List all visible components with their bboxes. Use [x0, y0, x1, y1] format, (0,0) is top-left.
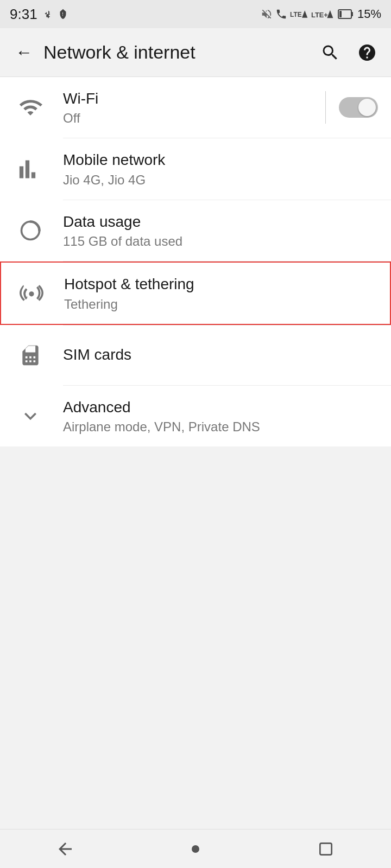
wifi-title: Wi-Fi — [63, 89, 325, 108]
data-usage-item[interactable]: Data usage 115 GB of data used — [0, 200, 391, 261]
home-nav-button[interactable] — [174, 833, 217, 865]
lte-icon: LTE — [290, 8, 308, 20]
chevron-icon-container — [13, 399, 48, 433]
data-usage-text: Data usage 115 GB of data used — [63, 212, 378, 249]
data-usage-subtitle: 115 GB of data used — [63, 234, 378, 249]
svg-text:LTE+: LTE+ — [311, 11, 328, 19]
back-arrow-icon: ← — [15, 42, 33, 62]
sim-icon-container — [13, 338, 48, 373]
data-usage-title: Data usage — [63, 212, 378, 232]
sim-cards-title: SIM cards — [63, 345, 378, 365]
hotspot-title: Hotspot & tethering — [64, 275, 377, 294]
signal-icon-container — [13, 152, 48, 187]
data-icon-container — [13, 213, 48, 248]
svg-marker-3 — [327, 10, 333, 18]
svg-point-8 — [29, 292, 34, 297]
wifi-toggle-area — [325, 91, 378, 124]
svg-rect-5 — [351, 12, 353, 16]
wifi-text: Wi-Fi Off — [63, 89, 325, 126]
help-button[interactable] — [352, 37, 382, 68]
mute-icon — [261, 8, 273, 20]
sim-icon — [18, 343, 42, 367]
recents-nav-button[interactable] — [304, 833, 348, 865]
wifi-subtitle: Off — [63, 111, 325, 126]
svg-point-9 — [192, 845, 199, 853]
wifi-icon — [18, 95, 42, 119]
status-right: LTE LTE+ 15% — [261, 7, 381, 21]
mobile-network-item[interactable]: Mobile network Jio 4G, Jio 4G — [0, 138, 391, 199]
toggle-divider — [325, 91, 326, 124]
toggle-thumb — [358, 99, 376, 116]
chevron-down-icon — [18, 404, 42, 428]
back-nav-button[interactable] — [43, 833, 87, 865]
data-usage-icon — [18, 219, 42, 242]
signal-icon — [18, 157, 42, 181]
back-button[interactable]: ← — [9, 37, 39, 68]
status-icons — [42, 8, 69, 20]
advanced-subtitle: Airplane mode, VPN, Private DNS — [63, 419, 378, 435]
svg-rect-10 — [320, 843, 331, 854]
wifi-item[interactable]: Wi-Fi Off — [0, 77, 391, 138]
back-nav-icon — [55, 839, 75, 859]
status-left: 9:31 — [10, 6, 69, 23]
advanced-item[interactable]: Advanced Airplane mode, VPN, Private DNS — [0, 386, 391, 446]
search-button[interactable] — [315, 37, 345, 68]
search-icon — [320, 43, 340, 62]
hotspot-subtitle: Tethering — [64, 297, 377, 312]
hotspot-icon-container — [14, 276, 49, 310]
home-nav-icon — [191, 845, 200, 853]
status-bar: 9:31 LTE — [0, 0, 391, 28]
app-bar: ← Network & internet — [0, 28, 391, 77]
recents-nav-icon — [317, 840, 335, 858]
page-title: Network & internet — [43, 42, 315, 63]
usb-icon — [42, 8, 54, 20]
svg-marker-1 — [302, 10, 307, 18]
voicecall-icon — [275, 8, 287, 20]
hotspot-icon — [20, 281, 43, 305]
mobile-network-text: Mobile network Jio 4G, Jio 4G — [63, 150, 378, 187]
hotspot-text: Hotspot & tethering Tethering — [64, 275, 377, 311]
svg-text:LTE: LTE — [290, 11, 302, 18]
settings-list: Wi-Fi Off Mobile network Jio 4G, Jio 4G — [0, 77, 391, 446]
mobile-network-title: Mobile network — [63, 150, 378, 170]
status-right-icons: LTE LTE+ — [261, 8, 354, 20]
wifi-toggle[interactable] — [339, 97, 378, 118]
app-bar-actions — [315, 37, 382, 68]
status-time: 9:31 — [10, 6, 37, 23]
advanced-title: Advanced — [63, 398, 378, 417]
lte2-icon: LTE+ — [311, 8, 335, 20]
mobile-network-subtitle: Jio 4G, Jio 4G — [63, 173, 378, 188]
bottom-nav — [0, 829, 391, 868]
svg-rect-6 — [339, 11, 342, 17]
sim-cards-item[interactable]: SIM cards — [0, 326, 391, 385]
drive-icon — [57, 8, 69, 20]
wifi-icon-container — [13, 90, 48, 125]
sim-cards-text: SIM cards — [63, 345, 378, 365]
battery-percent: 15% — [357, 7, 381, 21]
hotspot-item[interactable]: Hotspot & tethering Tethering — [0, 261, 391, 324]
advanced-text: Advanced Airplane mode, VPN, Private DNS — [63, 398, 378, 435]
help-icon — [357, 43, 377, 62]
battery-icon — [338, 8, 354, 20]
